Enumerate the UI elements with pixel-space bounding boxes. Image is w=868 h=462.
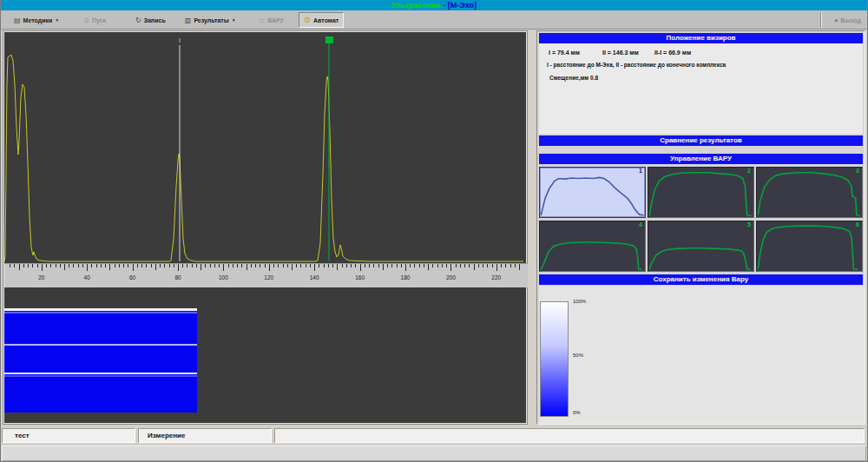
close-icon: × [834, 16, 838, 24]
ruler-tick [164, 264, 165, 267]
varu-curve-trace [541, 242, 641, 269]
waveform-trace [4, 55, 523, 261]
start-button[interactable]: ⊘Пуск [79, 12, 110, 28]
ruler-tick [210, 264, 211, 267]
cursor-II-marker [326, 36, 333, 43]
ruler-tick [505, 264, 506, 267]
ruler-tick-label: 200 [446, 274, 456, 280]
ruler-tick [73, 264, 74, 267]
varu-curve-3 [757, 168, 862, 217]
ruler-tick [123, 264, 124, 267]
ruler-tick [115, 264, 115, 267]
colorbar-area: 100% 50% 0% [539, 286, 865, 424]
document-icon: ▤ [14, 16, 21, 24]
results-button[interactable]: ▥Результаты▼ [181, 12, 240, 28]
varu-panel-6[interactable]: 6 [756, 221, 863, 272]
bottom-bar [2, 446, 866, 461]
ruler-tick [28, 264, 29, 267]
record-button[interactable]: ↻Запись [131, 12, 170, 28]
ruler-tick [196, 264, 197, 267]
visor-i-value: I = 79.4 мм [549, 50, 580, 56]
doc-title: - [М-Эхо] [443, 1, 477, 10]
colorbar [540, 301, 569, 417]
varu-curve-1 [540, 168, 645, 217]
save-varu-button[interactable]: Сохранить изменения Вару [539, 274, 863, 285]
ruler-tick [146, 264, 147, 267]
ruler-tick [405, 264, 406, 271]
app-title: Ультрасоник [391, 1, 440, 10]
ruler-tick [14, 264, 15, 267]
ruler-tick [219, 264, 220, 267]
ruler-tick [87, 264, 88, 271]
ruler-tick [474, 264, 475, 270]
ascan-chart[interactable]: I [4, 32, 528, 263]
varu-panel-5[interactable]: 5 [648, 221, 754, 272]
ruler-tick [105, 264, 106, 267]
ruler-tick [78, 264, 79, 267]
ruler-tick [419, 264, 420, 267]
ruler-tick [137, 264, 138, 267]
status-cell-test: тест [2, 428, 135, 443]
ruler-tick [119, 264, 120, 267]
ruler-tick [346, 264, 347, 267]
x-axis-ruler: 20406080100120140160180200220 [4, 263, 528, 287]
ruler-tick [96, 264, 97, 267]
ruler-tick [91, 264, 92, 267]
exit-button[interactable]: × Выход [834, 13, 861, 27]
methods-button[interactable]: ▤Методики▼ [10, 12, 63, 28]
ruler-tick [355, 264, 356, 267]
ruler-tick [464, 264, 465, 267]
ruler-tick [260, 264, 260, 267]
ruler-tick [492, 264, 493, 267]
ruler-tick [155, 264, 156, 270]
varu-curve-2 [648, 168, 753, 217]
ruler-tick-label: 160 [355, 274, 365, 280]
start-icon: ⊘ [83, 16, 89, 24]
ruler-tick [10, 264, 10, 267]
varu-panel-2[interactable]: 2 [648, 167, 754, 218]
ruler-tick [469, 264, 470, 267]
ruler-tick [383, 264, 384, 270]
colorbar-0-label: 0% [573, 410, 581, 415]
record-label: Запись [144, 17, 166, 23]
varu-panel-3[interactable]: 3 [756, 167, 863, 218]
ruler-tick [19, 264, 20, 270]
ruler-tick [273, 264, 274, 267]
exit-label: Выход [841, 17, 861, 23]
ruler-tick [328, 264, 329, 267]
ruler-tick [373, 264, 374, 267]
auto-button[interactable]: ⚙Автомат [299, 12, 344, 28]
varu-panel-4[interactable]: 4 [539, 221, 646, 272]
ruler-tick [483, 264, 483, 267]
ruler-tick-label: 120 [264, 274, 273, 280]
varu-panel-number: 6 [856, 221, 859, 228]
ruler-tick [178, 264, 179, 271]
ruler-tick [310, 264, 311, 267]
varu-button[interactable]: ▭ВАРУ [254, 12, 288, 28]
ruler-tick [192, 264, 193, 267]
toolbar: ▤Методики▼⊘Пуск↻Запись▥Результаты▼▭ВАРУ⚙… [1, 10, 867, 30]
ruler-tick [391, 264, 392, 267]
ruler-tick [410, 264, 411, 267]
ruler-tick [42, 264, 43, 271]
ruler-tick [501, 264, 502, 267]
bscan-streak [4, 344, 197, 346]
compare-results-button[interactable]: Сравнение результатов [539, 135, 863, 146]
varu-panel-1[interactable]: 1 [539, 167, 646, 218]
ruler-tick [456, 264, 457, 267]
ruler-tick [50, 264, 51, 267]
ruler-tick-label: 80 [174, 274, 181, 280]
status-cell-extra [274, 428, 865, 443]
varu-grid: 123456 [539, 167, 865, 272]
ruler-tick [151, 264, 152, 267]
ruler-tick [187, 264, 187, 267]
offset-value: Смещение,мм 0.8 [549, 75, 598, 81]
ruler-tick [324, 264, 325, 267]
visors-box: I = 79.4 мм II = 146.3 мм II-I = 66.9 мм… [539, 43, 863, 134]
ruler-tick [241, 264, 242, 267]
ruler-tick [269, 264, 270, 271]
auto-label: Автомат [313, 17, 339, 23]
ruler-tick [283, 264, 284, 267]
visor-ii-value: II = 146.3 мм [602, 50, 639, 56]
ruler-tick [351, 264, 352, 267]
